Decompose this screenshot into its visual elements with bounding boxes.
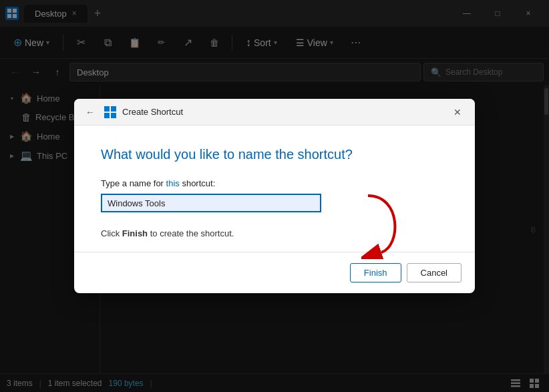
modal-title-bar: ← Create Shortcut ✕ — [74, 99, 475, 126]
modal-back-button[interactable]: ← — [82, 104, 98, 120]
create-shortcut-dialog: ← Create Shortcut ✕ What would you like … — [74, 99, 475, 293]
svg-rect-13 — [104, 113, 110, 118]
svg-rect-11 — [104, 106, 110, 112]
modal-title-text: Create Shortcut — [122, 107, 183, 117]
modal-label: Type a name for this shortcut: — [101, 178, 448, 188]
svg-rect-12 — [111, 106, 116, 112]
modal-footer: Finish Cancel — [74, 252, 475, 293]
input-value: Windows Tools — [106, 198, 166, 208]
shortcut-name-input[interactable]: Windows Tools — [101, 194, 321, 212]
cancel-button[interactable]: Cancel — [407, 263, 462, 282]
modal-heading: What would you like to name the shortcut… — [101, 147, 448, 162]
modal-body: What would you like to name the shortcut… — [74, 126, 475, 252]
modal-close-button[interactable]: ✕ — [448, 103, 467, 122]
red-arrow-indicator — [361, 192, 401, 259]
svg-rect-14 — [111, 113, 116, 118]
wizard-icon — [104, 106, 117, 119]
finish-button[interactable]: Finish — [350, 263, 401, 282]
modal-overlay: ← Create Shortcut ✕ What would you like … — [0, 0, 549, 392]
